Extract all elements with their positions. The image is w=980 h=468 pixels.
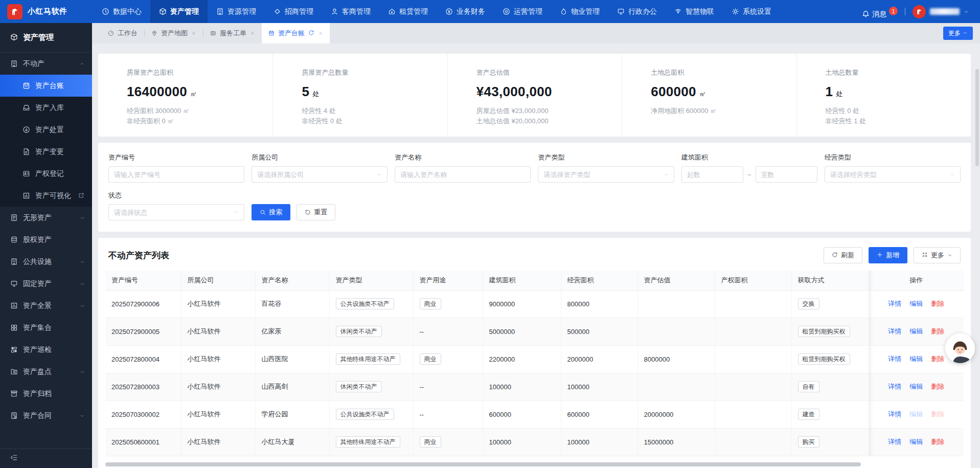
asset-name-input[interactable] bbox=[400, 171, 525, 179]
sidebar-item-asset-visualization[interactable]: 资产可视化 bbox=[0, 185, 92, 207]
tabbar-more-button[interactable]: 更多 bbox=[943, 27, 973, 40]
nav-item-asset-management[interactable]: 资产管理 bbox=[150, 0, 208, 23]
row-action-detail[interactable]: 详情 bbox=[888, 327, 901, 335]
nav-item-data-center[interactable]: 数据中心 bbox=[93, 0, 150, 23]
operation-type-select[interactable] bbox=[825, 166, 961, 183]
building-area-from-input[interactable] bbox=[687, 171, 738, 179]
stat-unit: 处 bbox=[312, 90, 319, 98]
row-action-delete[interactable]: 删除 bbox=[931, 438, 944, 445]
sidebar-item-label: 资产盘点 bbox=[23, 367, 52, 376]
refresh-button[interactable]: 刷新 bbox=[824, 247, 862, 263]
nav-item-resource-management[interactable]: 资源管理 bbox=[208, 0, 265, 23]
table-row[interactable]: 2025072800003小红马软件山西高剑休闲类不动产--1000001000… bbox=[105, 373, 964, 400]
table-row[interactable]: 2025072900005小红马软件亿家亲休闲类不动产--50000005000… bbox=[105, 318, 964, 345]
tag: 休闲类不动产 bbox=[336, 381, 382, 392]
tab-close-icon[interactable] bbox=[318, 30, 323, 37]
tab-close-icon[interactable] bbox=[191, 30, 196, 37]
tab-refresh-icon[interactable] bbox=[308, 30, 314, 37]
chevron-down-icon bbox=[80, 303, 85, 308]
owner-company-select[interactable] bbox=[252, 166, 388, 183]
sidebar-item-asset-panorama[interactable]: 资产全景 bbox=[0, 295, 92, 317]
row-action-edit[interactable]: 编辑 bbox=[909, 410, 923, 418]
sidebar-item-asset-inbound[interactable]: 资产入库 bbox=[0, 97, 92, 119]
docsync-icon bbox=[22, 148, 30, 155]
cell-asset-type: 其他特殊用途不动产 bbox=[329, 428, 413, 456]
table-row[interactable]: 2025072800004小红马软件山西医院其他特殊用途不动产商业2200000… bbox=[105, 345, 964, 373]
row-action-edit[interactable]: 编辑 bbox=[909, 383, 923, 390]
sidebar-item-asset-ledger[interactable]: 资产台账 bbox=[0, 75, 92, 97]
asset-code-input[interactable] bbox=[114, 171, 239, 179]
asset-type-select[interactable] bbox=[538, 166, 674, 183]
collapse-menu-icon bbox=[10, 454, 18, 461]
sidebar-item-label: 不动产 bbox=[23, 59, 44, 69]
table-row[interactable]: 2025070300002小红马软件学府公园公共设施类不动产--60000060… bbox=[105, 400, 964, 428]
pin-icon bbox=[151, 30, 157, 36]
sidebar-item-real-estate[interactable]: 不动产 bbox=[0, 53, 92, 75]
nav-item-admin-office[interactable]: 行政办公 bbox=[608, 0, 666, 23]
sidebar-item-asset-change[interactable]: 资产变更 bbox=[0, 141, 92, 163]
row-action-detail[interactable]: 详情 bbox=[888, 355, 901, 363]
tab-asset-map[interactable]: 资产地图 bbox=[145, 23, 203, 43]
iot-icon bbox=[674, 8, 682, 15]
row-action-delete[interactable]: 删除 bbox=[931, 355, 944, 363]
sidebar-item-asset-archive[interactable]: 资产归档 bbox=[0, 383, 92, 405]
nav-item-business-finance[interactable]: 业务财务 bbox=[437, 0, 494, 23]
cell-value: 20000000 bbox=[637, 400, 715, 428]
nav-item-operation-management[interactable]: 运营管理 bbox=[494, 0, 551, 23]
stat-label: 土地总数量 bbox=[826, 68, 967, 77]
assistant-avatar[interactable] bbox=[945, 333, 975, 363]
tab-service-ticket[interactable]: 服务工单 bbox=[203, 23, 262, 43]
sidebar-item-asset-contract[interactable]: 资产合同 bbox=[0, 405, 92, 427]
sidebar-item-equity-assets[interactable]: 股权资产 bbox=[0, 229, 92, 251]
nav-item-label: 客商管理 bbox=[342, 7, 371, 16]
cell-actions: 详情编辑删除 bbox=[869, 373, 964, 400]
building-area-to-input[interactable] bbox=[761, 171, 812, 179]
table-more-button[interactable]: 更多 bbox=[914, 247, 961, 263]
row-action-edit[interactable]: 编辑 bbox=[909, 300, 923, 307]
nav-item-lease-management[interactable]: 租赁管理 bbox=[379, 0, 437, 23]
cell-acquire: 租赁到期购买权 bbox=[791, 345, 869, 373]
horizontal-scrollbar-thumb[interactable] bbox=[105, 462, 861, 466]
messages-button[interactable]: 消息 1 bbox=[862, 4, 898, 19]
chevron-down-icon bbox=[377, 172, 382, 177]
table-row[interactable]: 2025072900006小红马软件百花谷公共设施类不动产商业900000080… bbox=[105, 290, 964, 318]
tab-workbench[interactable]: 工作台 bbox=[101, 23, 144, 43]
sidebar-collapse-button[interactable] bbox=[0, 449, 92, 468]
reset-button[interactable]: 重置 bbox=[297, 204, 335, 220]
nav-item-investment-management[interactable]: 招商管理 bbox=[265, 0, 322, 23]
tab-asset-ledger[interactable]: 资产台账 bbox=[262, 23, 330, 43]
sidebar-item-asset-disposal[interactable]: 资产处置 bbox=[0, 119, 92, 141]
tab-close-icon[interactable] bbox=[250, 30, 255, 37]
nav-item-system-settings[interactable]: 系统设置 bbox=[723, 0, 780, 23]
add-button[interactable]: 新增 bbox=[869, 247, 907, 263]
user-menu[interactable] bbox=[913, 5, 969, 18]
row-action-delete[interactable]: 删除 bbox=[931, 383, 944, 390]
row-action-detail[interactable]: 详情 bbox=[888, 410, 901, 418]
app-window: 小红马软件 数据中心资产管理资源管理招商管理客商管理租赁管理业务财务运营管理物业… bbox=[0, 0, 980, 468]
vertical-scrollbar-thumb[interactable] bbox=[975, 69, 979, 166]
row-action-detail[interactable]: 详情 bbox=[888, 438, 901, 445]
row-action-detail[interactable]: 详情 bbox=[888, 300, 901, 307]
row-action-edit[interactable]: 编辑 bbox=[909, 355, 923, 363]
row-action-delete[interactable]: 删除 bbox=[931, 327, 944, 335]
sidebar-item-fixed-assets[interactable]: 固定资产 bbox=[0, 273, 92, 295]
status-select[interactable] bbox=[108, 204, 244, 220]
row-action-edit[interactable]: 编辑 bbox=[909, 438, 923, 445]
row-action-edit[interactable]: 编辑 bbox=[909, 327, 923, 335]
search-button[interactable]: 搜索 bbox=[252, 204, 290, 220]
row-action-delete[interactable]: 删除 bbox=[931, 300, 944, 307]
sidebar-item-asset-inventory[interactable]: 资产盘点 bbox=[0, 361, 92, 383]
sidebar-item-intangible-assets[interactable]: 无形资产 bbox=[0, 207, 92, 229]
cell-asset-type: 其他特殊用途不动产 bbox=[329, 345, 413, 373]
chevron-down-icon bbox=[950, 172, 955, 177]
row-action-delete[interactable]: 删除 bbox=[931, 410, 944, 418]
nav-item-property-management[interactable]: 物业管理 bbox=[551, 0, 608, 23]
nav-item-smart-iot[interactable]: 智慧物联 bbox=[666, 0, 723, 23]
table-row[interactable]: 2025050600001小红马软件小红马大厦其他特殊用途不动产商业100000… bbox=[105, 428, 964, 456]
row-action-detail[interactable]: 详情 bbox=[888, 383, 901, 390]
sidebar-item-asset-collection[interactable]: 资产集合 bbox=[0, 317, 92, 339]
nav-item-merchant-management[interactable]: 客商管理 bbox=[322, 0, 379, 23]
sidebar-item-public-facilities[interactable]: 公共设施 bbox=[0, 251, 92, 273]
sidebar-item-asset-patrol[interactable]: 资产巡检 bbox=[0, 339, 92, 361]
sidebar-item-property-registration[interactable]: 产权登记 bbox=[0, 163, 92, 185]
